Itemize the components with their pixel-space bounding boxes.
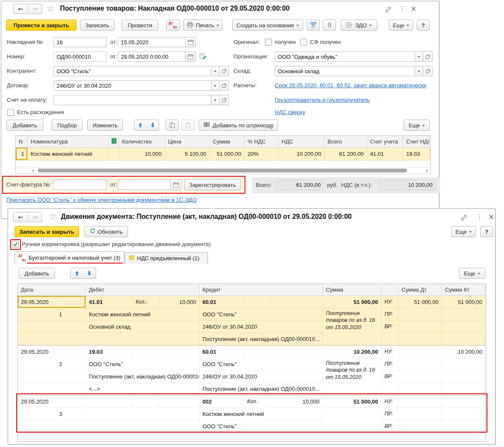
open-icon[interactable]	[423, 52, 433, 62]
cell-debit-qty[interactable]	[159, 395, 199, 408]
cell-credit-qty[interactable]	[271, 346, 323, 358]
back-button[interactable]: ←	[14, 4, 28, 14]
cell-sum[interactable]: 51 000,00	[323, 395, 382, 408]
cell-vat-account[interactable]: 19.03	[403, 148, 430, 160]
cell-credit-sub1[interactable]: Костюм женский летний	[199, 408, 323, 420]
items-more-button[interactable]: Еще	[404, 120, 430, 131]
invoice-date-input[interactable]	[118, 37, 185, 47]
cell-debit-sub3[interactable]	[86, 333, 199, 345]
horizontal-scrollbar[interactable]	[16, 167, 430, 174]
get-link-icon[interactable]	[384, 6, 392, 14]
close-icon[interactable]: ×	[488, 213, 494, 221]
vat-on-top-link[interactable]: НДС сверху	[275, 109, 305, 115]
cell-credit-qty[interactable]: 10,000	[271, 395, 323, 408]
contract-input[interactable]	[54, 80, 211, 91]
move-up-button[interactable]	[70, 268, 83, 279]
close-icon[interactable]: ×	[410, 5, 416, 12]
chevron-down-icon[interactable]	[415, 66, 423, 76]
calendar-icon[interactable]	[185, 52, 196, 62]
items-table-row[interactable]: 1 Костюм женский летний 10,000 5 100,00 …	[16, 148, 430, 160]
cell-price[interactable]: 5 100,00	[165, 148, 210, 160]
cell-credit-sub1[interactable]: ООО "Стиль"	[199, 358, 323, 370]
cell-credit-sub1[interactable]: ООО "Стиль"	[199, 308, 323, 321]
scrollbar-thumb[interactable]	[38, 169, 407, 172]
sf-received-checkbox[interactable]	[300, 39, 307, 46]
post-button[interactable]: Провести	[122, 20, 158, 31]
chevron-down-icon[interactable]	[211, 66, 219, 76]
calendar-icon[interactable]	[185, 37, 196, 47]
cell-nu-kt[interactable]	[442, 395, 486, 408]
cell-debit-account[interactable]	[86, 395, 133, 408]
cell-nu-kt[interactable]: 10 200,00	[442, 346, 486, 358]
cell-n[interactable]: 1	[16, 148, 28, 160]
open-icon[interactable]	[219, 66, 229, 76]
cell-nu-dt[interactable]: 51 000,00	[399, 296, 442, 308]
more-button[interactable]: Еще	[451, 226, 476, 237]
cell-vat[interactable]: 10 200,00	[279, 148, 325, 160]
cell-comment[interactable]	[323, 408, 382, 433]
movements-more-button[interactable]: Еще	[459, 268, 485, 279]
save-and-close-button[interactable]: Записать и закрыть	[14, 226, 79, 237]
cell-debit-qty[interactable]	[159, 346, 199, 358]
cell-debit-account[interactable]: 19.03	[86, 346, 133, 358]
cell-credit-qty[interactable]	[271, 296, 323, 308]
favorite-star-icon[interactable]: ☆	[49, 212, 57, 221]
help-button[interactable]: ?	[480, 226, 493, 237]
contractor-input[interactable]	[54, 66, 211, 76]
cell-debit-sub1[interactable]	[86, 408, 199, 420]
cell-credit-account[interactable]: 002	[199, 395, 244, 408]
consignor-link[interactable]: Грузоотправитель и грузополучатель	[275, 97, 370, 103]
cell-date[interactable]: 29.05.2020	[18, 346, 86, 358]
original-received-checkbox[interactable]	[265, 39, 272, 46]
cell-credit-sub3[interactable]: Поступление (акт, накладная) ОД00-000010…	[199, 333, 323, 345]
open-icon[interactable]	[219, 80, 229, 91]
cell-credit-account[interactable]: 60.01	[199, 296, 244, 308]
cell-sum[interactable]: 10 200,00	[323, 346, 382, 358]
tab-accounting[interactable]: ДтКт Бухгалтерский и налоговый учет (3)	[14, 251, 124, 264]
help-button[interactable]: ?	[417, 20, 430, 31]
cell-debit-sub2[interactable]: Поступление (акт, накладная) ОД00-000010…	[86, 370, 199, 383]
chevron-down-icon[interactable]	[211, 80, 219, 91]
save-button[interactable]: Записать	[80, 20, 114, 31]
add-by-barcode-button[interactable]: Добавить по штрихкоду	[199, 120, 278, 131]
scroll-right-icon[interactable]	[426, 169, 428, 172]
open-icon[interactable]	[219, 95, 229, 105]
cell-sum[interactable]: 51 000,00	[210, 148, 245, 160]
document-date-input[interactable]	[118, 52, 185, 62]
cell-date[interactable]: 29.05.2020	[18, 395, 86, 408]
print-button[interactable]: Печать	[183, 20, 222, 31]
payment-invoice-input[interactable]	[54, 95, 211, 105]
cell-sum[interactable]: 51 000,00	[323, 296, 382, 308]
add-row-button[interactable]: Добавить	[6, 120, 43, 131]
more-menu-icon[interactable]: ⋮	[399, 6, 405, 12]
cell-debit-qty[interactable]: 10,000	[159, 296, 199, 308]
cell-debit-sub3[interactable]: <...>	[86, 383, 199, 395]
attachments-button[interactable]	[323, 20, 336, 31]
chevron-down-icon[interactable]	[211, 95, 219, 105]
cell-nu-kt[interactable]: 51 000,00	[442, 296, 486, 308]
document-structure-button[interactable]	[307, 20, 320, 31]
favorite-star-icon[interactable]: ☆	[46, 4, 54, 13]
manual-adjustment-checkbox[interactable]	[12, 241, 19, 248]
cell-vat-rate[interactable]: 20%	[245, 148, 279, 160]
cell-nu-dt[interactable]	[399, 346, 442, 358]
calendar-icon[interactable]	[171, 180, 181, 190]
forward-button[interactable]: →	[28, 212, 42, 222]
move-down-button[interactable]	[83, 268, 96, 279]
cell-comment[interactable]: Поступление товаров по вх.д. 16 от 15.05…	[323, 358, 382, 395]
invoice-number-input[interactable]	[54, 37, 107, 47]
invoice-facture-date-input[interactable]	[118, 180, 171, 190]
cell-debit-sub2[interactable]	[86, 420, 199, 433]
open-icon[interactable]	[423, 66, 433, 76]
organization-input[interactable]	[275, 52, 415, 62]
forward-button[interactable]: →	[28, 4, 42, 14]
cell-characteristic[interactable]	[108, 148, 119, 160]
discrepancies-checkbox[interactable]	[7, 109, 14, 116]
edo-button[interactable]: ЭДО	[341, 20, 377, 31]
edit-number-icon[interactable]	[199, 53, 207, 61]
refresh-button[interactable]: Обновить	[84, 226, 128, 237]
add-row-button[interactable]: Добавить	[19, 268, 55, 279]
cell-credit-sub2[interactable]: ООО "Стиль"	[199, 420, 323, 433]
cell-debit-sub2[interactable]: Основной склад	[86, 321, 199, 333]
cell-credit-account[interactable]: 60.01	[199, 346, 244, 358]
